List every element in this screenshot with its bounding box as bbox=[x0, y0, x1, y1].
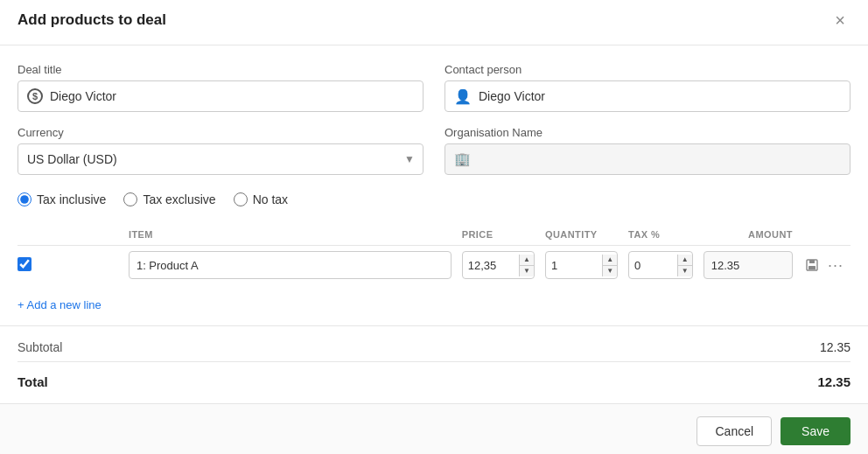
organisation-label: Organisation Name bbox=[444, 126, 850, 139]
header-amount: AMOUNT bbox=[698, 226, 798, 246]
subtotal-value: 12.35 bbox=[820, 340, 850, 354]
person-icon: 👤 bbox=[454, 88, 472, 105]
header-tax: TAX % bbox=[623, 226, 698, 246]
row-quantity-up-btn[interactable]: ▲ bbox=[603, 255, 617, 266]
deal-title-group: Deal title $ bbox=[18, 63, 424, 112]
header-price: PRICE bbox=[457, 226, 540, 246]
row-price-spinner-btns: ▲ ▼ bbox=[519, 255, 534, 276]
products-table-head: ITEM PRICE QUANTITY TAX % AMOUNT bbox=[18, 226, 850, 246]
close-button[interactable]: × bbox=[830, 10, 850, 31]
deal-title-label: Deal title bbox=[18, 63, 424, 76]
products-table-wrapper: ITEM PRICE QUANTITY TAX % AMOUNT bbox=[18, 226, 850, 322]
deal-title-input[interactable] bbox=[50, 89, 414, 103]
no-tax-radio[interactable] bbox=[234, 192, 248, 206]
row-price-spinner: ▲ ▼ bbox=[462, 251, 535, 279]
total-label: Total bbox=[18, 374, 48, 389]
modal-title: Add products to deal bbox=[18, 11, 166, 29]
totals-divider bbox=[18, 361, 850, 362]
modal-header: Add products to deal × bbox=[0, 0, 868, 45]
subtotal-label: Subtotal bbox=[18, 340, 62, 354]
row-quantity-cell: ▲ ▼ bbox=[540, 246, 623, 285]
row-amount-display: 12.35 bbox=[704, 251, 793, 279]
row-quantity-spinner-btns: ▲ ▼ bbox=[602, 255, 617, 276]
modal: Add products to deal × Deal title $ Cont… bbox=[0, 0, 868, 454]
row-quantity-input[interactable] bbox=[546, 255, 602, 276]
contact-person-input-wrapper: 👤 bbox=[444, 80, 850, 112]
organisation-group: Organisation Name 🏢 bbox=[444, 126, 850, 175]
tax-inclusive-label[interactable]: Tax inclusive bbox=[18, 192, 106, 206]
cancel-button[interactable]: Cancel bbox=[696, 416, 772, 446]
row-actions-cell: ··· bbox=[798, 246, 850, 285]
row-tax-spinner: ▲ ▼ bbox=[628, 251, 693, 279]
row-item-input[interactable] bbox=[129, 251, 452, 279]
row-price-cell: ▲ ▼ bbox=[457, 246, 540, 285]
totals-section: Subtotal 12.35 Total 12.35 bbox=[0, 325, 868, 403]
contact-person-input[interactable] bbox=[479, 89, 841, 103]
row-price-up-btn[interactable]: ▲ bbox=[520, 255, 534, 266]
row-item-cell bbox=[123, 246, 457, 285]
modal-overlay: Add products to deal × Deal title $ Cont… bbox=[0, 0, 868, 454]
header-actions-col bbox=[798, 226, 850, 246]
header-item: ITEM bbox=[123, 226, 457, 246]
table-row: ▲ ▼ ▲ ▼ bbox=[18, 246, 850, 285]
total-value: 12.35 bbox=[817, 374, 850, 389]
header-quantity: QUANTITY bbox=[540, 226, 623, 246]
products-table: ITEM PRICE QUANTITY TAX % AMOUNT bbox=[18, 226, 850, 284]
row-more-btn[interactable]: ··· bbox=[826, 255, 845, 276]
ellipsis-icon: ··· bbox=[828, 256, 844, 275]
modal-footer: Cancel Save bbox=[0, 403, 868, 454]
building-icon: 🏢 bbox=[454, 151, 471, 167]
tax-inclusive-radio[interactable] bbox=[18, 192, 32, 206]
save-icon bbox=[805, 258, 819, 272]
tax-options-row: Tax inclusive Tax exclusive No tax bbox=[18, 189, 850, 210]
form-row-2: Currency US Dollar (USD) ▼ Organisation … bbox=[18, 126, 850, 175]
currency-select[interactable]: US Dollar (USD) bbox=[18, 143, 424, 175]
organisation-input[interactable] bbox=[478, 152, 841, 166]
row-tax-input[interactable] bbox=[629, 255, 677, 276]
currency-group: Currency US Dollar (USD) ▼ bbox=[18, 126, 424, 175]
row-price-input[interactable] bbox=[463, 255, 519, 276]
currency-label: Currency bbox=[18, 126, 424, 139]
contact-person-group: Contact person 👤 bbox=[444, 63, 850, 112]
tax-inclusive-text: Tax inclusive bbox=[37, 192, 106, 206]
row-tax-up-btn[interactable]: ▲ bbox=[678, 255, 692, 266]
tax-exclusive-radio[interactable] bbox=[123, 192, 137, 206]
currency-select-wrapper: US Dollar (USD) ▼ bbox=[18, 143, 424, 175]
save-button[interactable]: Save bbox=[780, 417, 850, 445]
products-table-body: ▲ ▼ ▲ ▼ bbox=[18, 246, 850, 285]
row-checkbox[interactable] bbox=[18, 257, 32, 271]
deal-title-input-wrapper: $ bbox=[18, 80, 424, 112]
contact-person-label: Contact person bbox=[444, 63, 850, 76]
modal-body: Deal title $ Contact person 👤 bbox=[0, 45, 868, 322]
row-checkbox-cell bbox=[18, 246, 123, 285]
row-tax-cell: ▲ ▼ bbox=[623, 246, 698, 285]
row-amount-value: 12.35 bbox=[711, 259, 740, 272]
row-price-down-btn[interactable]: ▼ bbox=[520, 266, 534, 276]
total-row: Total 12.35 bbox=[18, 369, 850, 395]
tax-exclusive-label[interactable]: Tax exclusive bbox=[123, 192, 215, 206]
row-action-icons: ··· bbox=[803, 255, 845, 276]
add-new-line-button[interactable]: + Add a new line bbox=[18, 291, 102, 322]
products-table-header-row: ITEM PRICE QUANTITY TAX % AMOUNT bbox=[18, 226, 850, 246]
row-quantity-spinner: ▲ ▼ bbox=[545, 251, 618, 279]
form-row-1: Deal title $ Contact person 👤 bbox=[18, 63, 850, 112]
no-tax-text: No tax bbox=[253, 192, 288, 206]
row-tax-spinner-btns: ▲ ▼ bbox=[677, 255, 692, 276]
subtotal-row: Subtotal 12.35 bbox=[18, 335, 850, 360]
dollar-icon: $ bbox=[27, 88, 43, 104]
svg-rect-1 bbox=[809, 260, 815, 263]
row-quantity-down-btn[interactable]: ▼ bbox=[603, 266, 617, 276]
tax-exclusive-text: Tax exclusive bbox=[143, 192, 215, 206]
no-tax-label[interactable]: No tax bbox=[234, 192, 288, 206]
row-save-icon-btn[interactable] bbox=[803, 256, 821, 274]
organisation-input-wrapper: 🏢 bbox=[444, 143, 850, 175]
svg-rect-2 bbox=[808, 266, 816, 269]
row-amount-cell: 12.35 bbox=[698, 246, 798, 285]
header-checkbox-col bbox=[18, 226, 123, 246]
row-tax-down-btn[interactable]: ▼ bbox=[678, 266, 692, 276]
